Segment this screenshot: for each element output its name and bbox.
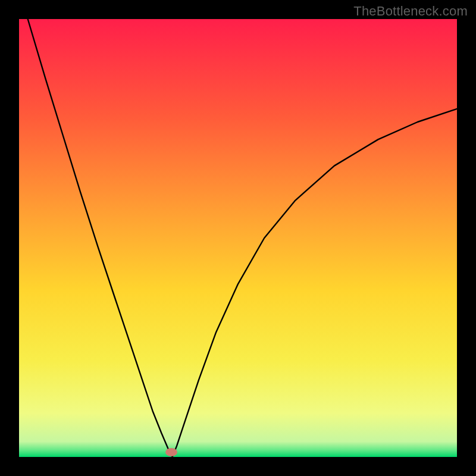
optimal-point-marker xyxy=(165,448,177,456)
chart-container: TheBottleneck.com xyxy=(0,0,476,476)
watermark-text: TheBottleneck.com xyxy=(353,4,468,19)
plot-background-gradient xyxy=(19,19,457,457)
bottleneck-chart xyxy=(0,0,476,476)
